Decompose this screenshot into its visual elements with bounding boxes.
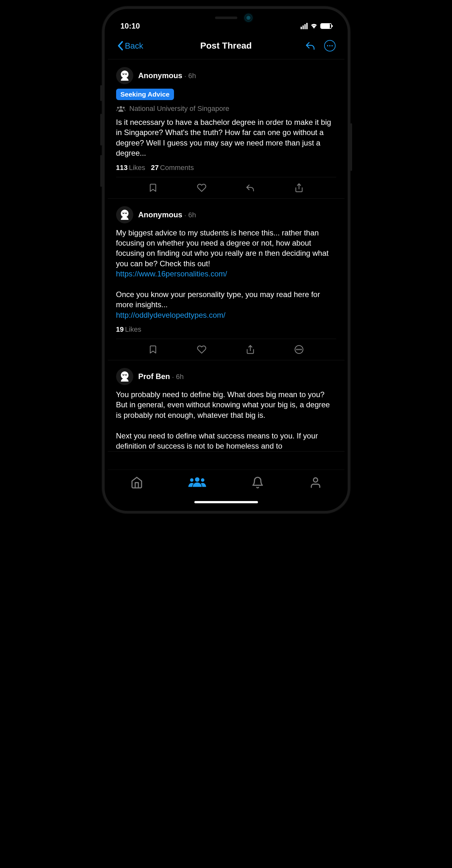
home-indicator[interactable] xyxy=(194,501,258,503)
post-username: Anonymous xyxy=(138,71,182,80)
svg-point-13 xyxy=(190,478,193,482)
svg-point-8 xyxy=(297,349,298,350)
volume-down xyxy=(100,155,102,187)
comments-label: Comments xyxy=(160,164,194,172)
volume-up xyxy=(100,114,102,146)
post-header: Prof Ben · 6h xyxy=(116,368,336,385)
likes-label: Likes xyxy=(125,326,141,333)
post-time: 6h xyxy=(188,72,196,80)
like-button[interactable] xyxy=(197,345,206,354)
svg-point-5 xyxy=(121,210,129,217)
post-body: You probably need to define big. What do… xyxy=(116,390,336,451)
meta-separator: · xyxy=(185,212,187,219)
back-label: Back xyxy=(125,41,143,51)
svg-point-1 xyxy=(120,106,122,108)
cellular-signal-icon xyxy=(301,23,308,29)
post: Prof Ben · 6h You probably need to defin… xyxy=(108,360,344,452)
more-button[interactable] xyxy=(324,40,336,52)
post-username: Prof Ben xyxy=(138,372,170,381)
nav-profile[interactable] xyxy=(309,476,322,489)
comment-reply-button[interactable] xyxy=(246,183,255,192)
post-header: Anonymous · 6h xyxy=(116,67,336,84)
svg-point-0 xyxy=(121,70,129,78)
nav-community[interactable] xyxy=(188,476,206,488)
people-icon xyxy=(116,105,125,112)
comments-count: 27 xyxy=(151,164,159,172)
bookmark-button[interactable] xyxy=(148,345,158,354)
post-username: Anonymous xyxy=(138,210,182,219)
post: Anonymous · 6h Seeking Advice National U… xyxy=(108,59,344,198)
svg-point-10 xyxy=(301,349,302,350)
more-actions-button[interactable] xyxy=(294,345,304,354)
body-text-1: You probably need to define big. What do… xyxy=(116,390,330,420)
body-text-1: My biggest advice to my students is henc… xyxy=(116,228,329,268)
post: Anonymous · 6h My biggest advice to my s… xyxy=(108,198,344,361)
svg-point-3 xyxy=(123,107,125,108)
likes-stat[interactable]: 113Likes xyxy=(116,164,145,172)
nav-notifications[interactable] xyxy=(251,476,264,489)
reply-button[interactable] xyxy=(305,40,316,51)
body-text-2: Once you know your personality type, you… xyxy=(116,290,320,309)
mute-switch xyxy=(100,85,102,101)
status-indicators xyxy=(301,22,332,30)
content[interactable]: Anonymous · 6h Seeking Advice National U… xyxy=(108,59,344,475)
community-name: National University of Singapore xyxy=(130,104,229,113)
nav-actions xyxy=(305,40,336,52)
likes-count: 19 xyxy=(116,326,124,333)
screen: 10:10 Back Post Thread xyxy=(108,12,344,508)
body-text-2: Next you need to define what success mea… xyxy=(116,431,318,450)
likes-label: Likes xyxy=(129,164,145,172)
meta-separator: · xyxy=(172,373,174,380)
post-actions xyxy=(116,339,336,360)
status-time: 10:10 xyxy=(120,22,140,31)
body-link-1[interactable]: https://www.16personalities.com/ xyxy=(116,270,227,278)
likes-count: 113 xyxy=(116,164,128,172)
post-header: Anonymous · 6h xyxy=(116,206,336,223)
post-time: 6h xyxy=(176,373,183,381)
svg-point-15 xyxy=(313,478,317,482)
post-body: My biggest advice to my students is henc… xyxy=(116,228,336,320)
post-tag[interactable]: Seeking Advice xyxy=(116,89,174,100)
svg-point-11 xyxy=(121,371,129,379)
wifi-icon xyxy=(310,22,318,30)
avatar[interactable] xyxy=(116,206,133,223)
meta-separator: · xyxy=(185,72,187,80)
post-meta: Prof Ben · 6h xyxy=(138,372,184,381)
post-meta: Anonymous · 6h xyxy=(138,210,196,219)
notch-speaker xyxy=(215,17,237,19)
notch xyxy=(185,12,267,24)
notch-camera xyxy=(245,14,252,21)
svg-point-2 xyxy=(117,107,119,108)
post-time: 6h xyxy=(188,211,196,219)
post-community[interactable]: National University of Singapore xyxy=(116,104,336,113)
post-stats: 19Likes xyxy=(116,326,336,339)
power-button xyxy=(350,123,352,171)
page-title: Post Thread xyxy=(200,41,252,51)
post-actions xyxy=(116,177,336,198)
like-button[interactable] xyxy=(197,183,206,192)
svg-point-9 xyxy=(299,349,300,350)
share-button[interactable] xyxy=(246,345,255,354)
bookmark-button[interactable] xyxy=(148,183,158,192)
more-icon xyxy=(324,40,336,52)
svg-point-12 xyxy=(195,477,199,482)
comments-stat[interactable]: 27Comments xyxy=(151,164,194,172)
back-button[interactable]: Back xyxy=(117,41,143,51)
share-button[interactable] xyxy=(294,183,304,192)
avatar[interactable] xyxy=(116,368,133,385)
avatar[interactable] xyxy=(116,67,133,84)
likes-stat[interactable]: 19Likes xyxy=(116,326,142,334)
svg-point-14 xyxy=(201,478,204,482)
battery-icon xyxy=(320,23,332,29)
phone-frame: 10:10 Back Post Thread xyxy=(102,6,350,514)
body-link-2[interactable]: http://oddlydevelopedtypes.com/ xyxy=(116,311,226,319)
post-meta: Anonymous · 6h xyxy=(138,71,196,80)
post-stats: 113Likes 27Comments xyxy=(116,164,336,177)
nav-header: Back Post Thread xyxy=(108,34,344,59)
nav-home[interactable] xyxy=(131,476,143,489)
post-body: Is it necessary to have a bachelor degre… xyxy=(116,117,336,159)
